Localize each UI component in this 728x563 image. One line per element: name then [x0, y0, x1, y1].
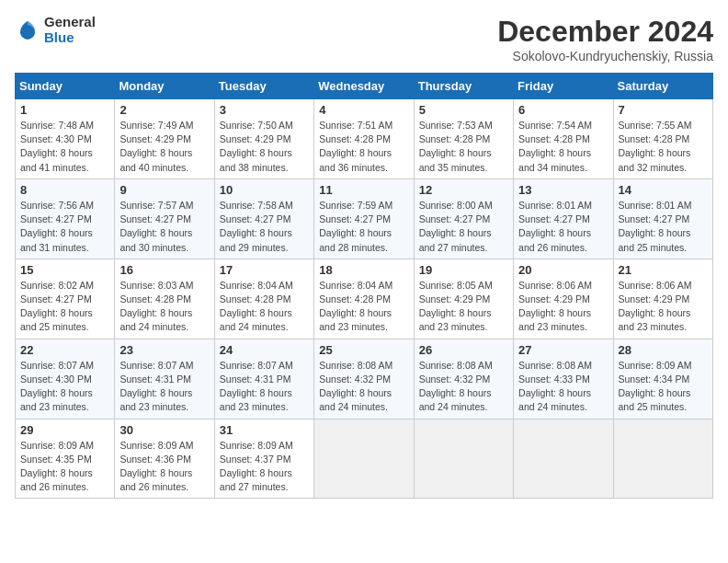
day-number: 5	[419, 103, 508, 117]
day-number: 22	[20, 343, 109, 357]
calendar-header-row: SundayMondayTuesdayWednesdayThursdayFrid…	[16, 74, 713, 99]
calendar-cell: 23Sunrise: 8:07 AMSunset: 4:31 PMDayligh…	[115, 339, 214, 419]
day-number: 7	[619, 103, 708, 117]
calendar-cell: 6Sunrise: 7:54 AMSunset: 4:28 PMDaylight…	[514, 99, 613, 179]
day-number: 4	[319, 103, 408, 117]
day-number: 3	[220, 103, 309, 117]
day-number: 20	[518, 263, 608, 277]
day-detail: Sunrise: 8:07 AMSunset: 4:31 PMDaylight:…	[220, 359, 309, 415]
day-number: 11	[319, 183, 408, 197]
day-number: 31	[220, 423, 309, 437]
calendar-cell: 29Sunrise: 8:09 AMSunset: 4:35 PMDayligh…	[16, 419, 115, 499]
calendar-cell: 22Sunrise: 8:07 AMSunset: 4:30 PMDayligh…	[16, 339, 115, 419]
calendar-cell	[414, 419, 513, 499]
day-detail: Sunrise: 8:00 AMSunset: 4:27 PMDaylight:…	[419, 199, 508, 255]
day-detail: Sunrise: 7:48 AMSunset: 4:30 PMDaylight:…	[20, 119, 109, 175]
header-friday: Friday	[514, 74, 613, 99]
calendar-cell: 28Sunrise: 8:09 AMSunset: 4:34 PMDayligh…	[613, 339, 712, 419]
day-number: 16	[119, 263, 209, 277]
logo: General Blue	[15, 15, 96, 45]
calendar-cell: 4Sunrise: 7:51 AMSunset: 4:28 PMDaylight…	[314, 99, 414, 179]
day-detail: Sunrise: 8:01 AMSunset: 4:27 PMDaylight:…	[518, 199, 608, 255]
header-tuesday: Tuesday	[214, 74, 313, 99]
calendar-cell: 8Sunrise: 7:56 AMSunset: 4:27 PMDaylight…	[16, 178, 115, 259]
day-number: 25	[319, 343, 408, 357]
calendar-cell	[314, 419, 414, 499]
calendar-cell: 1Sunrise: 7:48 AMSunset: 4:30 PMDaylight…	[16, 99, 115, 179]
day-detail: Sunrise: 8:05 AMSunset: 4:29 PMDaylight:…	[419, 279, 508, 335]
header-monday: Monday	[115, 74, 214, 99]
day-number: 28	[619, 343, 708, 357]
header-sunday: Sunday	[16, 74, 115, 99]
calendar-cell: 2Sunrise: 7:49 AMSunset: 4:29 PMDaylight…	[115, 99, 214, 179]
day-detail: Sunrise: 8:08 AMSunset: 4:32 PMDaylight:…	[419, 359, 508, 415]
logo-icon	[15, 17, 40, 43]
day-detail: Sunrise: 8:04 AMSunset: 4:28 PMDaylight:…	[220, 279, 309, 335]
day-number: 8	[20, 183, 109, 197]
calendar-cell: 12Sunrise: 8:00 AMSunset: 4:27 PMDayligh…	[414, 178, 513, 259]
calendar-cell: 25Sunrise: 8:08 AMSunset: 4:32 PMDayligh…	[314, 339, 414, 419]
day-number: 13	[518, 183, 608, 197]
day-number: 12	[419, 183, 508, 197]
day-detail: Sunrise: 8:06 AMSunset: 4:29 PMDaylight:…	[619, 279, 708, 335]
calendar-cell: 15Sunrise: 8:02 AMSunset: 4:27 PMDayligh…	[16, 259, 115, 339]
week-row-5: 29Sunrise: 8:09 AMSunset: 4:35 PMDayligh…	[16, 419, 713, 499]
day-detail: Sunrise: 8:06 AMSunset: 4:29 PMDaylight:…	[518, 279, 608, 335]
day-number: 1	[20, 103, 109, 117]
day-number: 21	[619, 263, 708, 277]
calendar-cell: 20Sunrise: 8:06 AMSunset: 4:29 PMDayligh…	[514, 259, 613, 339]
month-title: December 2024	[497, 15, 713, 49]
calendar-cell: 26Sunrise: 8:08 AMSunset: 4:32 PMDayligh…	[414, 339, 513, 419]
calendar-cell: 7Sunrise: 7:55 AMSunset: 4:28 PMDaylight…	[613, 99, 712, 179]
calendar-cell	[613, 419, 712, 499]
header-wednesday: Wednesday	[314, 74, 414, 99]
day-detail: Sunrise: 8:09 AMSunset: 4:36 PMDaylight:…	[119, 439, 209, 495]
day-detail: Sunrise: 7:57 AMSunset: 4:27 PMDaylight:…	[119, 199, 209, 255]
day-detail: Sunrise: 7:55 AMSunset: 4:28 PMDaylight:…	[619, 119, 708, 175]
day-detail: Sunrise: 8:07 AMSunset: 4:30 PMDaylight:…	[20, 359, 109, 415]
week-row-2: 8Sunrise: 7:56 AMSunset: 4:27 PMDaylight…	[16, 178, 713, 259]
day-detail: Sunrise: 8:08 AMSunset: 4:33 PMDaylight:…	[518, 359, 608, 415]
calendar-cell	[514, 419, 613, 499]
day-detail: Sunrise: 8:09 AMSunset: 4:35 PMDaylight:…	[20, 439, 109, 495]
calendar-cell: 14Sunrise: 8:01 AMSunset: 4:27 PMDayligh…	[613, 178, 712, 259]
calendar-cell: 5Sunrise: 7:53 AMSunset: 4:28 PMDaylight…	[414, 99, 513, 179]
title-area: December 2024 Sokolovo-Kundryuchenskiy, …	[497, 15, 713, 63]
day-detail: Sunrise: 8:07 AMSunset: 4:31 PMDaylight:…	[119, 359, 209, 415]
calendar-cell: 31Sunrise: 8:09 AMSunset: 4:37 PMDayligh…	[214, 419, 313, 499]
week-row-1: 1Sunrise: 7:48 AMSunset: 4:30 PMDaylight…	[16, 99, 713, 179]
day-detail: Sunrise: 8:03 AMSunset: 4:28 PMDaylight:…	[119, 279, 209, 335]
header-saturday: Saturday	[613, 74, 712, 99]
calendar-cell: 16Sunrise: 8:03 AMSunset: 4:28 PMDayligh…	[115, 259, 214, 339]
day-number: 18	[319, 263, 408, 277]
day-detail: Sunrise: 7:53 AMSunset: 4:28 PMDaylight:…	[419, 119, 508, 175]
header-thursday: Thursday	[414, 74, 513, 99]
calendar-cell: 24Sunrise: 8:07 AMSunset: 4:31 PMDayligh…	[214, 339, 313, 419]
day-detail: Sunrise: 8:08 AMSunset: 4:32 PMDaylight:…	[319, 359, 408, 415]
day-number: 23	[119, 343, 209, 357]
day-detail: Sunrise: 8:09 AMSunset: 4:34 PMDaylight:…	[619, 359, 708, 415]
day-detail: Sunrise: 8:04 AMSunset: 4:28 PMDaylight:…	[319, 279, 408, 335]
logo-general: General	[44, 15, 96, 30]
day-detail: Sunrise: 7:59 AMSunset: 4:27 PMDaylight:…	[319, 199, 408, 255]
day-detail: Sunrise: 8:01 AMSunset: 4:27 PMDaylight:…	[619, 199, 708, 255]
day-number: 19	[419, 263, 508, 277]
calendar-cell: 3Sunrise: 7:50 AMSunset: 4:29 PMDaylight…	[214, 99, 313, 179]
logo-blue: Blue	[44, 30, 96, 46]
week-row-3: 15Sunrise: 8:02 AMSunset: 4:27 PMDayligh…	[16, 259, 713, 339]
day-detail: Sunrise: 7:49 AMSunset: 4:29 PMDaylight:…	[119, 119, 209, 175]
day-detail: Sunrise: 7:50 AMSunset: 4:29 PMDaylight:…	[220, 119, 309, 175]
calendar-cell: 27Sunrise: 8:08 AMSunset: 4:33 PMDayligh…	[514, 339, 613, 419]
calendar-table: SundayMondayTuesdayWednesdayThursdayFrid…	[15, 73, 713, 499]
calendar-cell: 18Sunrise: 8:04 AMSunset: 4:28 PMDayligh…	[314, 259, 414, 339]
day-number: 26	[419, 343, 508, 357]
location-subtitle: Sokolovo-Kundryuchenskiy, Russia	[497, 49, 713, 63]
day-number: 6	[518, 103, 608, 117]
day-number: 2	[119, 103, 209, 117]
day-number: 27	[518, 343, 608, 357]
calendar-cell: 21Sunrise: 8:06 AMSunset: 4:29 PMDayligh…	[613, 259, 712, 339]
calendar-cell: 9Sunrise: 7:57 AMSunset: 4:27 PMDaylight…	[115, 178, 214, 259]
calendar-cell: 30Sunrise: 8:09 AMSunset: 4:36 PMDayligh…	[115, 419, 214, 499]
day-detail: Sunrise: 7:51 AMSunset: 4:28 PMDaylight:…	[319, 119, 408, 175]
logo-text: General Blue	[44, 15, 96, 45]
